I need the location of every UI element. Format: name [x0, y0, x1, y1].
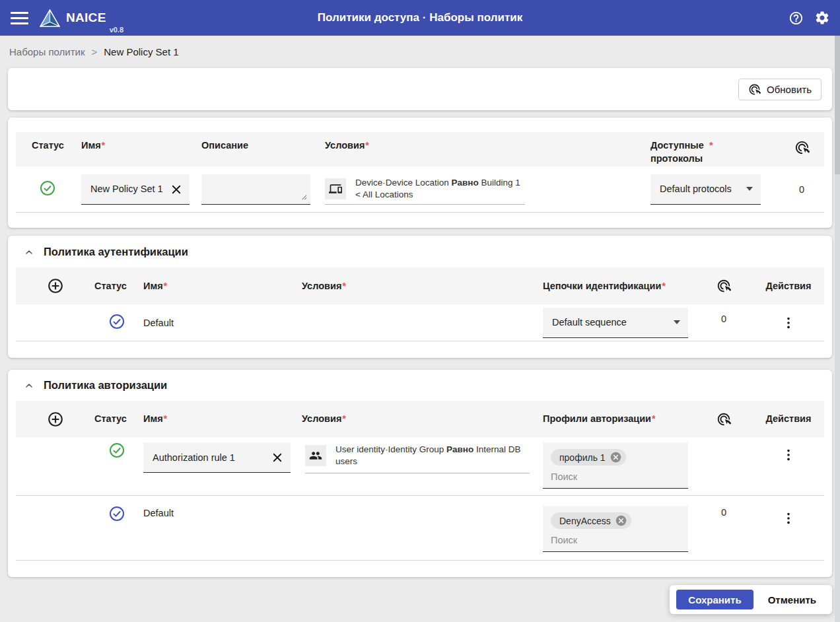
protocols-select[interactable]: Default protocols [650, 174, 761, 205]
profiles-search-placeholder[interactable]: Поиск [551, 535, 680, 545]
authorization-profiles-field[interactable]: профиль 1 Поиск [543, 442, 688, 489]
add-rule-cell [16, 277, 94, 294]
col-description: Описание [201, 132, 325, 166]
naice-logo-icon [40, 9, 60, 27]
col-hits [695, 412, 753, 427]
authorization-profiles-field[interactable]: DenyAccess Поиск [543, 506, 688, 552]
sequence-selected-value: Default sequence [552, 317, 627, 328]
status-cell [94, 314, 143, 331]
col-conditions: Условия* [325, 132, 650, 166]
profiles-search-placeholder[interactable]: Поиск [551, 471, 680, 482]
col-actions: Действия [753, 279, 824, 293]
hits-count: 0 [721, 507, 726, 518]
refresh-hits-button[interactable]: Обновить [738, 79, 822, 100]
description-cell [201, 174, 325, 205]
profile-chip: DenyAccess [551, 512, 631, 529]
identity-sequence-select[interactable]: Default sequence [543, 308, 688, 338]
profiles-cell: DenyAccess Поиск [543, 506, 695, 552]
profiles-cell: профиль 1 Поиск [543, 442, 695, 489]
authorization-section-header: Политика авторизации [16, 370, 824, 401]
chevron-up-icon[interactable] [24, 380, 34, 391]
col-status: Статус [94, 412, 143, 425]
protocols-selected-value: Default protocols [660, 184, 732, 194]
description-textarea[interactable] [201, 174, 310, 204]
chevron-down-icon [674, 320, 680, 324]
status-cell [94, 506, 143, 524]
description-field [201, 174, 310, 205]
profile-chip-label: DenyAccess [559, 516, 611, 526]
col-conditions: Условия* [302, 412, 543, 425]
hamburger-menu-icon[interactable] [11, 12, 28, 24]
kebab-menu-icon[interactable] [781, 316, 796, 330]
kebab-menu-icon[interactable] [781, 448, 796, 462]
authorization-default-row: Default DenyAccess Поиск 0 [16, 496, 824, 561]
col-status: Статус [94, 279, 143, 293]
authentication-policy-card: Политика аутентификации Статус Имя* Усло… [8, 236, 832, 358]
hits-count: 0 [721, 314, 726, 324]
col-protocols: Доступные протоколы* [650, 132, 779, 166]
app-version: v0.8 [110, 26, 123, 36]
authorization-condition[interactable]: User identity·Identity Group Равно Inter… [305, 442, 530, 473]
authentication-section-title: Политика аутентификации [44, 246, 188, 258]
chip-remove-icon[interactable] [610, 452, 621, 463]
authorization-rule-name-input[interactable] [143, 452, 291, 463]
rule-name: Default [143, 508, 302, 518]
status-ok-green-icon[interactable] [40, 180, 55, 196]
clear-name-icon[interactable] [170, 184, 182, 195]
hits-cell: 0 [695, 314, 753, 324]
vertical-scrollbar[interactable] [835, 36, 840, 622]
status-ok-blue-icon[interactable] [109, 506, 125, 522]
toolbar-card: Обновить [8, 68, 832, 110]
col-conditions: Условия* [302, 279, 543, 293]
authentication-section-header: Политика аутентификации [16, 236, 824, 267]
name-cell [143, 442, 302, 473]
actions-cell [753, 511, 824, 526]
status-cell [94, 442, 143, 460]
ads-click-icon[interactable] [717, 412, 731, 427]
status-ok-green-icon[interactable] [109, 442, 125, 458]
hits-count: 0 [799, 184, 804, 195]
col-hits [695, 279, 753, 293]
ads-click-icon[interactable] [794, 140, 810, 166]
authorization-rule-name-field [143, 442, 291, 473]
col-actions: Действия [753, 412, 824, 425]
add-circle-icon[interactable] [47, 411, 64, 428]
authentication-row: Default Default sequence 0 [16, 304, 824, 341]
page-title: Политики доступа · Наборы политик [0, 11, 840, 24]
profile-chip-label: профиль 1 [559, 452, 606, 463]
settings-gear-icon[interactable] [814, 10, 830, 26]
status-ok-blue-icon[interactable] [109, 314, 125, 329]
profile-chip: профиль 1 [551, 449, 626, 466]
ads-click-icon[interactable] [717, 279, 731, 293]
rule-name: Default [143, 318, 302, 328]
chevron-up-icon[interactable] [24, 247, 34, 258]
col-status: Статус [32, 132, 81, 166]
resize-handle-icon[interactable] [300, 193, 307, 200]
chip-remove-icon[interactable] [615, 515, 627, 526]
help-icon[interactable] [788, 11, 804, 26]
conditions-cell: Device·Device Location Равно Building 1 … [325, 174, 650, 205]
kebab-menu-icon[interactable] [781, 511, 796, 526]
chevron-down-icon [746, 187, 753, 191]
add-circle-icon[interactable] [47, 277, 64, 294]
breadcrumb: Наборы политик > New Policy Set 1 [0, 36, 840, 68]
footer-actions-card: Сохранить Отменить [670, 585, 832, 614]
clear-name-icon[interactable] [271, 452, 283, 464]
hits-cell: 0 [695, 507, 753, 518]
breadcrumb-parent[interactable]: Наборы политик [9, 46, 85, 57]
cancel-button[interactable]: Отменить [759, 594, 825, 605]
col-hits [779, 132, 824, 166]
policy-set-table-header: Статус Имя* Описание Условия* Доступные … [16, 132, 824, 166]
policy-set-condition[interactable]: Device·Device Location Равно Building 1 … [325, 174, 525, 205]
condition-text: User identity·Identity Group Равно Inter… [335, 444, 530, 467]
policy-set-name-field [81, 174, 190, 205]
status-cell [32, 180, 81, 198]
breadcrumb-separator: > [91, 46, 97, 57]
save-button[interactable]: Сохранить [676, 590, 753, 609]
scrollbar-thumb[interactable] [835, 36, 840, 174]
app-header: NAICE v0.8 Политики доступа · Наборы пол… [0, 0, 840, 36]
conditions-cell: User identity·Identity Group Равно Inter… [302, 442, 543, 473]
authorization-row: User identity·Identity Group Равно Inter… [16, 437, 824, 496]
identity-group-icon [305, 445, 326, 466]
refresh-button-label: Обновить [767, 84, 812, 95]
